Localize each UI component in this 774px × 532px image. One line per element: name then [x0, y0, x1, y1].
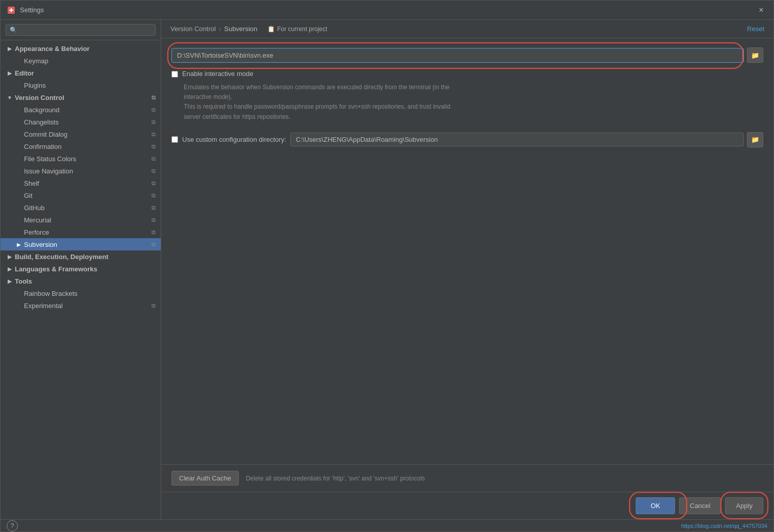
- bottom-area: Clear Auth Cache Delete all stored crede…: [161, 464, 773, 519]
- sidebar-item-build-exec[interactable]: ▶Build, Execution, Deployment: [1, 250, 161, 263]
- arrow-icon-version-control: ▼: [6, 93, 14, 102]
- folder-icon: 📁: [751, 52, 759, 59]
- svn-path-input[interactable]: [171, 48, 744, 63]
- svg-rect-2: [11, 8, 12, 12]
- sidebar-item-label-plugins: Plugins: [24, 82, 46, 89]
- sidebar-item-label-issue-navigation: Issue Navigation: [24, 167, 73, 175]
- window-title: Settings: [20, 6, 755, 14]
- breadcrumb: Version Control › Subversion: [170, 25, 257, 33]
- clear-auth-button[interactable]: Clear Auth Cache: [171, 471, 239, 486]
- arrow-icon-build-exec: ▶: [6, 252, 14, 261]
- right-header: Version Control › Subversion 📋 For curre…: [161, 20, 773, 38]
- sidebar-item-label-build-exec: Build, Execution, Deployment: [15, 253, 108, 261]
- apply-button[interactable]: Apply: [725, 497, 763, 514]
- sidebar-item-subversion[interactable]: ▶Subversion⧉: [1, 238, 161, 250]
- ok-button[interactable]: OK: [636, 497, 675, 514]
- sidebar-item-label-keymap: Keymap: [24, 57, 48, 65]
- sidebar-item-label-experimental: Experimental: [24, 302, 63, 310]
- copy-icon-changelists: ⧉: [152, 119, 156, 125]
- sidebar-item-label-rainbow-brackets: Rainbow Brackets: [24, 290, 78, 297]
- sidebar-item-commit-dialog[interactable]: Commit Dialog⧉: [1, 128, 161, 140]
- clear-auth-description: Delete all stored credentials for 'http'…: [246, 475, 425, 482]
- custom-dir-input[interactable]: [290, 133, 744, 146]
- sidebar-item-label-shelf: Shelf: [24, 180, 39, 187]
- sidebar-item-shelf[interactable]: Shelf⧉: [1, 177, 161, 189]
- sidebar-item-file-status-colors[interactable]: File Status Colors⧉: [1, 153, 161, 165]
- arrow-spacer-rainbow-brackets: [15, 289, 23, 297]
- close-button[interactable]: ×: [755, 4, 767, 16]
- breadcrumb-current: Subversion: [224, 25, 257, 33]
- folder2-icon: 📁: [751, 136, 759, 143]
- sidebar-item-confirmation[interactable]: Confirmation⧉: [1, 140, 161, 153]
- sidebar-item-label-commit-dialog: Commit Dialog: [24, 131, 67, 138]
- interactive-mode-checkbox[interactable]: [171, 71, 178, 78]
- copy-icon-subversion: ⧉: [152, 241, 156, 248]
- arrow-icon-tools: ▶: [6, 277, 14, 285]
- sidebar-item-languages[interactable]: ▶Languages & Frameworks: [1, 263, 161, 275]
- content-area: 🔍 ▶Appearance & BehaviorKeymap▶EditorPlu…: [1, 20, 773, 519]
- arrow-spacer-background: [15, 106, 23, 114]
- sidebar-item-label-version-control: Version Control: [15, 94, 64, 102]
- arrow-spacer-experimental: [15, 301, 23, 310]
- sidebar-item-editor[interactable]: ▶Editor: [1, 67, 161, 79]
- status-url: https://blog.csdn.net/qq_44757034: [681, 523, 767, 529]
- reset-button[interactable]: Reset: [747, 25, 764, 33]
- sidebar-item-appearance[interactable]: ▶Appearance & Behavior: [1, 42, 161, 55]
- custom-dir-row: Use custom configuration directory: 📁: [171, 132, 763, 147]
- sidebar-item-tools[interactable]: ▶Tools: [1, 275, 161, 287]
- search-wrapper: 🔍: [6, 24, 156, 36]
- arrow-icon-languages: ▶: [6, 265, 14, 273]
- copy-icon-background: ⧉: [152, 107, 156, 113]
- search-input[interactable]: [19, 26, 152, 34]
- breadcrumb-parent: Version Control: [170, 25, 216, 33]
- sidebar-item-git[interactable]: Git⧉: [1, 189, 161, 201]
- copy-icon-perforce: ⧉: [152, 229, 156, 236]
- sidebar-item-label-subversion: Subversion: [24, 241, 57, 248]
- app-icon: [7, 6, 16, 15]
- interactive-mode-label[interactable]: Enable interactive mode: [182, 70, 253, 78]
- arrow-spacer-shelf: [15, 179, 23, 187]
- sidebar-item-label-github: GitHub: [24, 204, 44, 212]
- svn-path-row: 📁: [171, 47, 763, 63]
- copy-icon-github: ⧉: [152, 205, 156, 211]
- sidebar-item-label-tools: Tools: [15, 277, 32, 285]
- cancel-button[interactable]: Cancel: [679, 497, 721, 514]
- arrow-spacer-issue-navigation: [15, 167, 23, 175]
- status-bar: ? https://blog.csdn.net/qq_44757034: [1, 519, 773, 531]
- arrow-spacer-confirmation: [15, 142, 23, 150]
- sidebar-item-keymap[interactable]: Keymap: [1, 55, 161, 67]
- copy-icon-issue-navigation: ⧉: [152, 168, 156, 174]
- arrow-icon-appearance: ▶: [6, 44, 14, 53]
- sidebar-item-issue-navigation[interactable]: Issue Navigation⧉: [1, 165, 161, 177]
- sidebar-item-label-perforce: Perforce: [24, 229, 49, 236]
- sidebar-item-rainbow-brackets[interactable]: Rainbow Brackets: [1, 287, 161, 299]
- sidebar-item-version-control[interactable]: ▼Version Control⧉: [1, 91, 161, 104]
- custom-dir-label[interactable]: Use custom configuration directory:: [182, 136, 286, 143]
- copy-icon-commit-dialog: ⧉: [152, 131, 156, 138]
- copy-icon-experimental: ⧉: [152, 302, 156, 309]
- sidebar-item-mercurial[interactable]: Mercurial⧉: [1, 214, 161, 226]
- sidebar-item-label-appearance: Appearance & Behavior: [15, 45, 90, 53]
- left-panel: 🔍 ▶Appearance & BehaviorKeymap▶EditorPlu…: [1, 20, 161, 519]
- sidebar-item-label-editor: Editor: [15, 69, 34, 77]
- sidebar-item-perforce[interactable]: Perforce⧉: [1, 226, 161, 238]
- sidebar-item-experimental[interactable]: Experimental⧉: [1, 299, 161, 312]
- arrow-spacer-github: [15, 204, 23, 212]
- copy-icon-version-control: ⧉: [152, 94, 156, 101]
- arrow-spacer-mercurial: [15, 216, 23, 224]
- help-button[interactable]: ?: [7, 520, 18, 531]
- sidebar-item-background[interactable]: Background⧉: [1, 104, 161, 116]
- sidebar-item-changelists[interactable]: Changelists⧉: [1, 116, 161, 128]
- arrow-spacer-changelists: [15, 118, 23, 126]
- right-content: 📁 Enable interactive mode Emulates the b…: [161, 38, 773, 464]
- arrow-spacer-file-status-colors: [15, 155, 23, 163]
- for-project-label: For current project: [277, 26, 327, 33]
- custom-dir-browse-button[interactable]: 📁: [747, 132, 763, 147]
- browse-button[interactable]: 📁: [747, 47, 763, 63]
- sidebar-item-github[interactable]: GitHub⧉: [1, 201, 161, 214]
- arrow-spacer-commit-dialog: [15, 130, 23, 138]
- copy-icon-confirmation: ⧉: [152, 143, 156, 150]
- sidebar-item-label-background: Background: [24, 106, 59, 114]
- sidebar-item-plugins[interactable]: Plugins: [1, 79, 161, 91]
- custom-dir-checkbox[interactable]: [171, 136, 178, 143]
